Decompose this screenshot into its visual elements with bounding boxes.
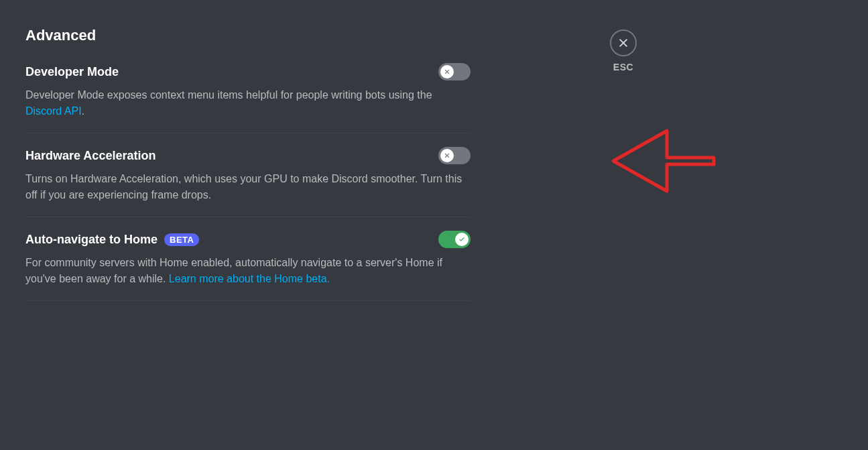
close-button[interactable]	[610, 30, 637, 56]
check-icon	[458, 235, 466, 243]
toggle-knob	[440, 149, 454, 162]
setting-label-wrap: Developer Mode	[25, 65, 119, 79]
home-beta-link[interactable]: Learn more about the Home beta.	[169, 273, 330, 284]
description-text: Developer Mode exposes context menu item…	[25, 89, 432, 101]
setting-header: Auto-navigate to Home BETA	[25, 231, 471, 248]
esc-label: ESC	[613, 62, 633, 72]
hardware-acceleration-label: Hardware Acceleration	[25, 149, 156, 163]
settings-panel: Advanced Developer Mode Developer Mode e…	[0, 0, 496, 341]
setting-header: Hardware Acceleration	[25, 147, 471, 164]
setting-header: Developer Mode	[25, 63, 471, 80]
page-title: Advanced	[25, 27, 471, 44]
auto-navigate-home-description: For community servers with Home enabled,…	[25, 255, 471, 287]
close-area: ESC	[610, 30, 637, 72]
developer-mode-toggle[interactable]	[438, 63, 471, 80]
annotation-arrow	[607, 114, 721, 208]
description-text-post: .	[82, 105, 84, 117]
hardware-acceleration-description: Turns on Hardware Acceleration, which us…	[25, 171, 471, 203]
close-icon	[617, 37, 629, 49]
developer-mode-description: Developer Mode exposes context menu item…	[25, 87, 471, 119]
x-icon	[443, 152, 451, 160]
auto-navigate-home-label: Auto-navigate to Home	[25, 233, 158, 247]
x-icon	[443, 68, 451, 76]
discord-api-link[interactable]: Discord API	[25, 105, 82, 117]
setting-label-wrap: Hardware Acceleration	[25, 149, 156, 163]
auto-navigate-home-toggle[interactable]	[438, 231, 471, 248]
toggle-knob	[440, 65, 454, 78]
setting-hardware-acceleration: Hardware Acceleration Turns on Hardware …	[25, 147, 471, 217]
setting-label-wrap: Auto-navigate to Home BETA	[25, 233, 199, 247]
setting-auto-navigate-home: Auto-navigate to Home BETA For community…	[25, 231, 471, 301]
toggle-knob	[455, 233, 469, 246]
beta-badge: BETA	[164, 233, 199, 246]
developer-mode-label: Developer Mode	[25, 65, 119, 79]
hardware-acceleration-toggle[interactable]	[438, 147, 471, 164]
setting-developer-mode: Developer Mode Developer Mode exposes co…	[25, 63, 471, 133]
